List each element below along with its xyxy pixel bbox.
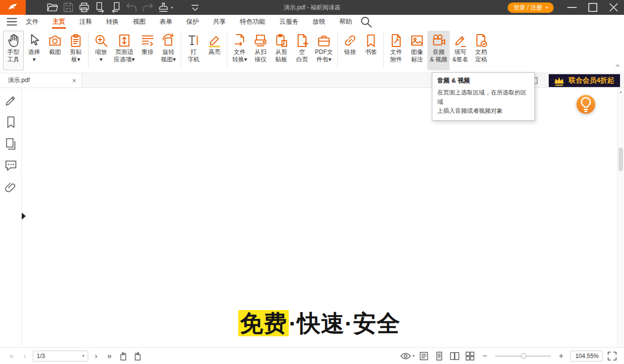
typewriter-button[interactable]: 打字机	[183, 31, 204, 70]
zoom-out-button[interactable]: −	[479, 350, 490, 362]
zoom-button[interactable]: 缩放▾	[91, 31, 111, 70]
reflow-button[interactable]: 重排	[137, 31, 158, 70]
pages-panel-button[interactable]	[3, 136, 18, 151]
rotate-view-button[interactable]: 旋转视图▾	[158, 31, 179, 70]
attachment-panel-button[interactable]	[3, 180, 18, 195]
document-page[interactable]: 免费·快速·安全	[22, 88, 617, 347]
menu-tab[interactable]: 视图	[126, 15, 153, 29]
menu-tab[interactable]: 主页	[46, 15, 72, 29]
bookmark-button[interactable]: 书签	[361, 31, 381, 70]
ribbon-button-label: 高亮	[208, 48, 220, 56]
edit-note-button[interactable]	[3, 93, 18, 108]
scanner-button[interactable]: 从扫描仪	[250, 31, 271, 70]
text-viewer-button[interactable]	[418, 350, 430, 362]
first-page-icon: «	[9, 352, 14, 361]
minimize-button[interactable]	[562, 0, 582, 15]
rotate-right-button[interactable]	[132, 350, 144, 362]
print-button[interactable]	[76, 1, 92, 14]
titlebar: ▾ 演示.pdf - 福昕阅读器 登录 / 注册 ▾	[0, 0, 624, 15]
single-page-icon	[433, 350, 445, 362]
view-mode-button[interactable]: ▾	[400, 350, 415, 362]
close-button[interactable]	[603, 0, 624, 15]
prev-page-button[interactable]: ‹	[19, 350, 30, 362]
menu-tab[interactable]: 云服务	[272, 15, 306, 29]
assistant-button[interactable]	[576, 95, 595, 114]
link-button[interactable]: 链接	[340, 31, 361, 70]
menu-tab[interactable]: 帮助	[332, 15, 359, 29]
panel-expand-arrow[interactable]	[22, 213, 26, 220]
login-button[interactable]: 登录 / 注册 ▾	[508, 2, 554, 13]
tab-close-icon[interactable]: ×	[72, 77, 76, 84]
single-page-button[interactable]	[433, 350, 445, 362]
comments-panel-button[interactable]	[3, 158, 18, 173]
zoom-in-button[interactable]: +	[556, 350, 567, 362]
membership-banner[interactable]: 联合会员4折起	[549, 74, 620, 87]
typewriter-icon	[186, 33, 202, 48]
from-clipboard-button[interactable]: 从剪贴板	[271, 31, 292, 70]
first-page-button[interactable]: «	[6, 350, 17, 362]
fill-sign-icon	[452, 33, 468, 48]
hand-button[interactable]: 手型工具	[3, 31, 24, 70]
stamp-button[interactable]: ▾	[156, 1, 174, 14]
quad-pages-button[interactable]	[464, 350, 476, 362]
ribbon-button-label: 音频& 视频	[430, 48, 447, 63]
page-export-button[interactable]	[92, 1, 108, 14]
ribbon-separator	[88, 32, 89, 69]
blank-page-button[interactable]: 空白页	[292, 31, 312, 70]
highlight-button[interactable]: 高亮	[204, 31, 225, 70]
snapshot-button[interactable]: 截图	[45, 31, 65, 70]
ribbon-button-label: 文件转换▾	[232, 48, 247, 63]
ribbon-button-label: 打字机	[188, 48, 200, 63]
zoom-out-icon: −	[482, 352, 487, 361]
menu-tab[interactable]: 放映	[306, 15, 332, 29]
finalize-button[interactable]: 文档定稿	[470, 31, 491, 70]
next-page-button[interactable]: ›	[91, 350, 102, 362]
menu-tab[interactable]: 文件	[19, 15, 46, 29]
chevron-down-icon: ▾	[413, 354, 415, 358]
menu-tab[interactable]: 表单	[153, 15, 179, 29]
fullscreen-button[interactable]	[606, 350, 618, 362]
collapse-ribbon-button[interactable]	[614, 62, 622, 70]
page-number-box[interactable]: 1/3▾	[33, 351, 88, 362]
ribbon-button-label: 文档定稿	[475, 48, 487, 63]
fit-page-icon	[116, 33, 132, 48]
scroll-up-arrow[interactable]: ▲	[618, 88, 624, 95]
rotate-left-button[interactable]	[117, 350, 129, 362]
facing-pages-button[interactable]	[449, 350, 461, 362]
zoom-slider-thumb[interactable]	[521, 353, 526, 359]
zoom-level-box[interactable]: 104.55%	[570, 351, 603, 362]
menu-tab[interactable]: 特色功能	[233, 15, 272, 29]
audio-video-button[interactable]: 音频& 视频	[427, 31, 450, 70]
fox-icon	[6, 2, 19, 13]
fill-sign-button[interactable]: 填写&签名	[450, 31, 470, 70]
clipboard-button[interactable]: 剪贴板▾	[65, 31, 86, 70]
foxit-logo[interactable]	[0, 0, 26, 15]
scrollbar-thumb[interactable]	[619, 147, 623, 171]
document-tab[interactable]: 演示.pdf×	[0, 73, 82, 88]
last-page-button[interactable]: »	[104, 350, 115, 362]
undo-button[interactable]	[124, 1, 140, 14]
convert-button[interactable]: 文件转换▾	[229, 31, 250, 70]
bookmark-panel-button[interactable]	[3, 115, 18, 130]
menu-tab[interactable]: 保护	[179, 15, 206, 29]
menu-tab[interactable]: 注释	[72, 15, 99, 29]
search-button[interactable]	[359, 15, 373, 29]
menu-tab[interactable]: 共享	[206, 15, 233, 29]
portfolio-button[interactable]: PDF文件包▾	[312, 31, 335, 70]
hamburger-menu-button[interactable]	[5, 15, 19, 29]
zoom-slider[interactable]	[495, 356, 551, 357]
ribbon-button-label: 图像标注	[411, 48, 423, 63]
maximize-button[interactable]	[582, 0, 603, 15]
menu-tab[interactable]: 转换	[99, 15, 126, 29]
image-annot-button[interactable]: 图像标注	[407, 31, 427, 70]
select-cursor-button[interactable]: 选择▾	[24, 31, 45, 70]
redo-button[interactable]	[140, 1, 156, 14]
attach-file-button[interactable]: 文件附件	[386, 31, 407, 70]
open-folder-button[interactable]	[45, 1, 60, 14]
page-import-button[interactable]	[108, 1, 124, 14]
fit-page-button[interactable]: 页面适应选项▾	[111, 31, 137, 70]
save-button[interactable]	[60, 1, 76, 14]
customize-toolbar-button[interactable]	[187, 1, 203, 14]
hamburger-icon	[5, 15, 19, 29]
vertical-scrollbar[interactable]: ▲	[617, 88, 624, 347]
